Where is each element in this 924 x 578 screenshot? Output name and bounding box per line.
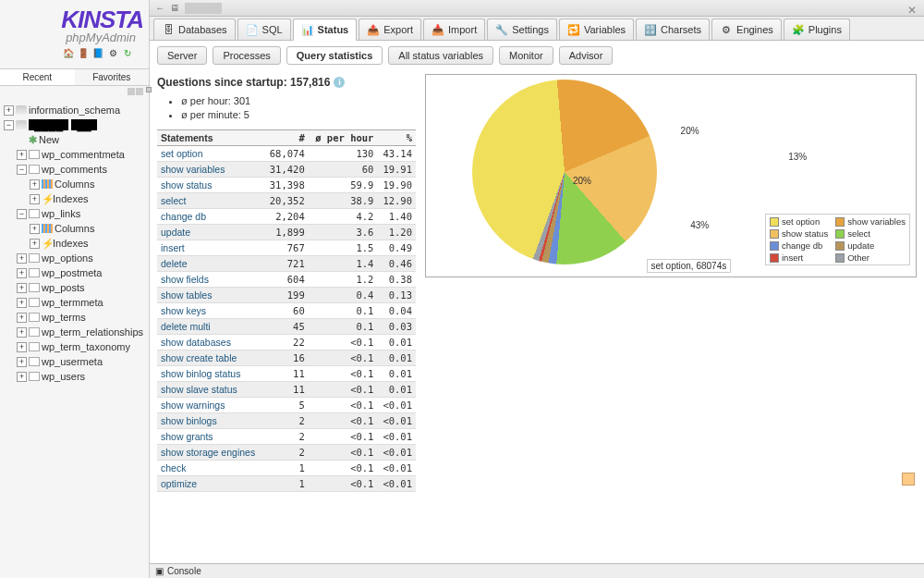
edit-icon[interactable] <box>902 473 915 486</box>
stmt-link[interactable]: show databases <box>157 335 264 350</box>
col-per-hour[interactable]: ø per hour <box>309 130 378 146</box>
pie-slice-label: 13% <box>788 152 807 162</box>
subtab-processes[interactable]: Processes <box>213 46 280 65</box>
tab-status[interactable]: 📊Status <box>293 18 358 41</box>
stmt-link[interactable]: show binlogs <box>157 413 264 429</box>
tab-sql[interactable]: 📄SQL <box>237 18 291 40</box>
settings-icon[interactable]: ⚙ <box>106 46 119 59</box>
stmt-link[interactable]: check <box>157 461 264 476</box>
collapse-icon[interactable]: − <box>17 209 27 219</box>
stmt-link[interactable]: insert <box>157 240 264 256</box>
tab-variables[interactable]: 🔁Variables <box>559 18 634 40</box>
table-wp_comments[interactable]: −wp_comments <box>17 162 147 177</box>
subtab-all-status-variables[interactable]: All status variables <box>388 46 493 65</box>
stmt-link[interactable]: show create table <box>157 350 264 366</box>
tab-settings[interactable]: 🔧Settings <box>487 18 557 40</box>
expand-icon[interactable]: + <box>17 313 27 323</box>
sidebar-tab-favorites[interactable]: Favorites <box>75 69 150 85</box>
table-wp_posts[interactable]: +wp_posts <box>17 280 147 295</box>
tree-new[interactable]: ✱New <box>17 132 147 147</box>
expand-icon[interactable]: + <box>17 357 27 367</box>
breadcrumb-server[interactable] <box>185 3 222 14</box>
expand-icon[interactable]: + <box>17 283 27 293</box>
expand-icon[interactable]: + <box>17 327 27 338</box>
expand-icon[interactable]: + <box>30 239 40 249</box>
expand-icon[interactable]: + <box>17 268 27 278</box>
close-icon[interactable]: ✕ <box>907 4 917 17</box>
db-information-schema[interactable]: +information_schema <box>4 103 147 117</box>
logout-icon[interactable]: 🚪 <box>77 46 90 59</box>
subtab-monitor[interactable]: Monitor <box>499 46 553 65</box>
col-count[interactable]: # <box>264 130 309 146</box>
stmt-link[interactable]: delete multi <box>157 319 264 335</box>
tab-engines[interactable]: ⚙Engines <box>711 18 782 40</box>
refresh-icon[interactable]: ↻ <box>121 46 134 59</box>
stmt-link[interactable]: optimize <box>157 476 264 492</box>
stmt-link[interactable]: show storage engines <box>157 445 264 461</box>
indexes-node[interactable]: +⚡Indexes <box>30 191 147 206</box>
db-tree: +information_schema−████ ██✱New+wp_comme… <box>0 99 149 578</box>
stmt-link[interactable]: show slave status <box>157 382 264 398</box>
docs-icon[interactable]: 📘 <box>91 46 104 59</box>
expand-icon[interactable]: + <box>17 298 27 308</box>
stmt-link[interactable]: show status <box>157 178 264 193</box>
stmt-link[interactable]: set option <box>157 146 264 162</box>
tab-export[interactable]: 📤Export <box>359 18 421 40</box>
console-toggle-icon[interactable]: ▣ <box>155 566 164 576</box>
info-icon[interactable]: i <box>334 77 345 88</box>
legend-item: set option <box>770 216 828 227</box>
expand-icon[interactable]: + <box>30 224 40 234</box>
table-row: show keys600.10.04 <box>157 303 416 319</box>
table-wp_terms[interactable]: +wp_terms <box>17 310 147 325</box>
tab-import[interactable]: 📥Import <box>423 18 485 40</box>
stmt-link[interactable]: show binlog status <box>157 366 264 382</box>
home-icon[interactable]: 🏠 <box>62 46 75 59</box>
expand-icon[interactable]: + <box>17 150 27 160</box>
columns-node[interactable]: +Columns <box>30 221 147 236</box>
table-wp_usermeta[interactable]: +wp_usermeta <box>17 354 147 369</box>
stmt-link[interactable]: show grants <box>157 429 264 445</box>
tab-charsets[interactable]: 🔡Charsets <box>636 18 710 40</box>
col-statements[interactable]: Statements <box>157 130 264 146</box>
settings-icon: 🔧 <box>495 23 508 36</box>
table-wp_termmeta[interactable]: +wp_termmeta <box>17 295 147 310</box>
stmt-link[interactable]: show warnings <box>157 398 264 413</box>
table-wp_postmeta[interactable]: +wp_postmeta <box>17 265 147 280</box>
table-wp_commentmeta[interactable]: +wp_commentmeta <box>17 147 147 162</box>
plugins-icon: 🧩 <box>792 23 805 36</box>
collapse-icon[interactable]: − <box>4 120 14 130</box>
stmt-link[interactable]: delete <box>157 256 264 272</box>
table-wp_term_taxonomy[interactable]: +wp_term_taxonomy <box>17 339 147 354</box>
tab-databases[interactable]: 🗄Databases <box>153 18 236 40</box>
subtab-advisor[interactable]: Advisor <box>559 46 614 65</box>
expand-icon[interactable]: + <box>4 105 14 116</box>
stmt-link[interactable]: change db <box>157 209 264 225</box>
expand-icon[interactable]: + <box>30 194 40 204</box>
db-main[interactable]: −████ ██ <box>4 117 147 132</box>
stmt-link[interactable]: show tables <box>157 288 264 303</box>
expand-icon[interactable]: + <box>17 372 27 382</box>
console-bar[interactable]: ▣ Console <box>150 563 924 578</box>
col-percent[interactable]: % <box>377 130 416 146</box>
nav-back-icon[interactable]: ← <box>155 3 164 13</box>
table-wp_term_relationships[interactable]: +wp_term_relationships <box>17 325 147 339</box>
sidebar-resize-handle[interactable] <box>146 87 152 92</box>
expand-icon[interactable]: + <box>30 179 40 190</box>
tab-plugins[interactable]: 🧩Plugins <box>784 18 850 40</box>
indexes-node[interactable]: +⚡Indexes <box>30 236 147 251</box>
expand-icon[interactable]: + <box>17 342 27 352</box>
subtab-query-statistics[interactable]: Query statistics <box>286 46 383 65</box>
expand-icon[interactable]: + <box>17 253 27 264</box>
table-wp_links[interactable]: −wp_links <box>17 206 147 221</box>
columns-node[interactable]: +Columns <box>30 177 147 191</box>
stmt-link[interactable]: show fields <box>157 272 264 288</box>
stmt-link[interactable]: update <box>157 225 264 240</box>
stmt-link[interactable]: show keys <box>157 303 264 319</box>
sidebar-tab-recent[interactable]: Recent <box>0 69 75 85</box>
collapse-icon[interactable]: − <box>17 165 27 175</box>
stmt-link[interactable]: select <box>157 193 264 209</box>
table-wp_users[interactable]: +wp_users <box>17 369 147 384</box>
table-wp_options[interactable]: +wp_options <box>17 251 147 265</box>
stmt-link[interactable]: show variables <box>157 162 264 178</box>
subtab-server[interactable]: Server <box>157 46 207 65</box>
